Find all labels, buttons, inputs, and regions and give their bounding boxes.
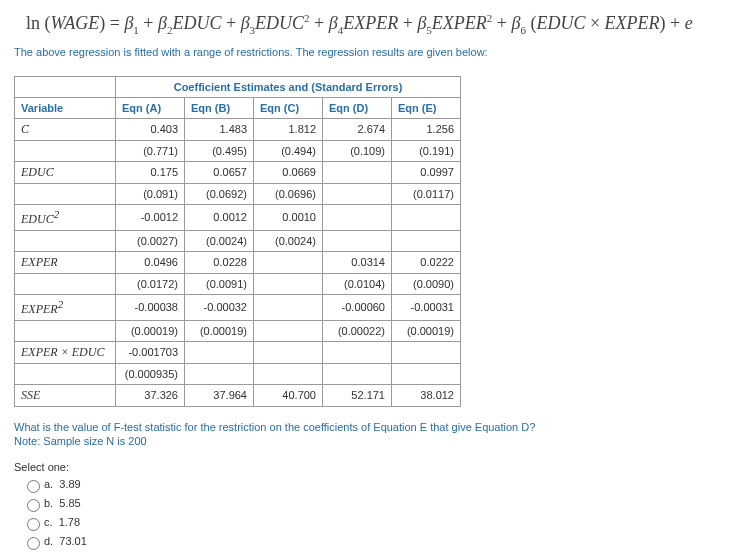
table-row: EXPER2-0.00038-0.00032-0.00060-0.00031 [15, 294, 461, 320]
option-d[interactable]: d. 73.01 [22, 534, 737, 550]
table-row: (0.00019)(0.00019)(0.00022)(0.00019) [15, 320, 461, 341]
data-cell: (0.0091) [185, 273, 254, 294]
data-cell: 2.674 [323, 118, 392, 140]
data-cell [323, 363, 392, 384]
variable-cell [15, 320, 116, 341]
table-row: EDUC2-0.00120.00120.0010 [15, 204, 461, 230]
option-letter: a. [44, 478, 53, 490]
data-cell [392, 363, 461, 384]
variable-cell: EXPER × EDUC [15, 341, 116, 363]
data-cell: (0.091) [116, 183, 185, 204]
table-row: C0.4031.4831.8122.6741.256 [15, 118, 461, 140]
data-cell: (0.00019) [392, 320, 461, 341]
data-cell: 1.256 [392, 118, 461, 140]
data-cell: 37.964 [185, 384, 254, 406]
data-cell: 0.0496 [116, 251, 185, 273]
option-b-radio[interactable] [27, 499, 40, 512]
data-cell [392, 204, 461, 230]
data-cell: -0.0012 [116, 204, 185, 230]
data-cell: 0.175 [116, 161, 185, 183]
data-cell [323, 161, 392, 183]
variable-cell [15, 140, 116, 161]
variable-cell [15, 230, 116, 251]
variable-cell [15, 363, 116, 384]
data-cell: (0.0104) [323, 273, 392, 294]
data-cell: 0.0222 [392, 251, 461, 273]
variable-cell: EDUC [15, 161, 116, 183]
data-cell: -0.00038 [116, 294, 185, 320]
variable-cell: EDUC2 [15, 204, 116, 230]
option-b[interactable]: b. 5.85 [22, 496, 737, 512]
results-table: Coefficient Estimates and (Standard Erro… [14, 76, 461, 407]
data-cell: (0.495) [185, 140, 254, 161]
variable-cell: EXPER [15, 251, 116, 273]
note-text: Note: Sample size N is 200 [14, 435, 737, 447]
data-cell: 0.0669 [254, 161, 323, 183]
col-header-a: Eqn (A) [116, 97, 185, 118]
option-a-radio[interactable] [27, 480, 40, 493]
data-cell: (0.0692) [185, 183, 254, 204]
option-c[interactable]: c. 1.78 [22, 515, 737, 531]
data-cell: 52.171 [323, 384, 392, 406]
data-cell: (0.0024) [185, 230, 254, 251]
data-cell: 0.0010 [254, 204, 323, 230]
table-row: (0.000935) [15, 363, 461, 384]
data-cell: (0.00019) [185, 320, 254, 341]
data-cell: (0.000935) [116, 363, 185, 384]
data-cell: 37.326 [116, 384, 185, 406]
data-cell: (0.0027) [116, 230, 185, 251]
data-cell [254, 273, 323, 294]
data-cell: 0.0997 [392, 161, 461, 183]
data-cell: -0.00060 [323, 294, 392, 320]
option-letter: c. [44, 516, 53, 528]
data-cell: (0.00019) [116, 320, 185, 341]
data-cell [185, 341, 254, 363]
variable-cell [15, 273, 116, 294]
data-cell [185, 363, 254, 384]
option-text: 3.89 [59, 478, 80, 490]
data-cell: (0.0090) [392, 273, 461, 294]
data-cell: (0.191) [392, 140, 461, 161]
data-cell: 0.0012 [185, 204, 254, 230]
data-cell: -0.00032 [185, 294, 254, 320]
data-cell: (0.0172) [116, 273, 185, 294]
data-cell: 0.0657 [185, 161, 254, 183]
table-header-row: Variable Eqn (A) Eqn (B) Eqn (C) Eqn (D)… [15, 97, 461, 118]
data-cell [323, 230, 392, 251]
option-a[interactable]: a. 3.89 [22, 477, 737, 493]
regression-equation: ln (WAGE) = β1 + β2EDUC + β3EDUC2 + β4EX… [26, 12, 737, 36]
select-one-label: Select one: [14, 461, 737, 473]
table-main-header: Coefficient Estimates and (Standard Erro… [116, 76, 461, 97]
data-cell: 0.0314 [323, 251, 392, 273]
data-cell: (0.0696) [254, 183, 323, 204]
col-header-d: Eqn (D) [323, 97, 392, 118]
data-cell: (0.0117) [392, 183, 461, 204]
data-cell: (0.771) [116, 140, 185, 161]
data-cell: 38.012 [392, 384, 461, 406]
options-list: a. 3.89 b. 5.85 c. 1.78 d. 73.01 [22, 477, 737, 550]
data-cell: 0.403 [116, 118, 185, 140]
variable-cell: SSE [15, 384, 116, 406]
option-c-radio[interactable] [27, 518, 40, 531]
table-row: (0.771)(0.495)(0.494)(0.109)(0.191) [15, 140, 461, 161]
data-cell: 40.700 [254, 384, 323, 406]
data-cell [254, 294, 323, 320]
option-text: 73.01 [59, 535, 87, 547]
table-row: EXPER0.04960.02280.03140.0222 [15, 251, 461, 273]
data-cell: -0.00031 [392, 294, 461, 320]
description-text: The above regression is fitted with a ra… [14, 46, 737, 58]
data-cell [323, 204, 392, 230]
question-text: What is the value of F-test statistic fo… [14, 421, 737, 433]
col-header-c: Eqn (C) [254, 97, 323, 118]
table-row: EXPER × EDUC-0.001703 [15, 341, 461, 363]
option-letter: d. [44, 535, 53, 547]
option-d-radio[interactable] [27, 537, 40, 550]
data-cell [323, 341, 392, 363]
data-cell: -0.001703 [116, 341, 185, 363]
option-text: 1.78 [59, 516, 80, 528]
data-cell [392, 341, 461, 363]
variable-cell: C [15, 118, 116, 140]
option-text: 5.85 [59, 497, 80, 509]
variable-cell [15, 183, 116, 204]
data-cell: 0.0228 [185, 251, 254, 273]
